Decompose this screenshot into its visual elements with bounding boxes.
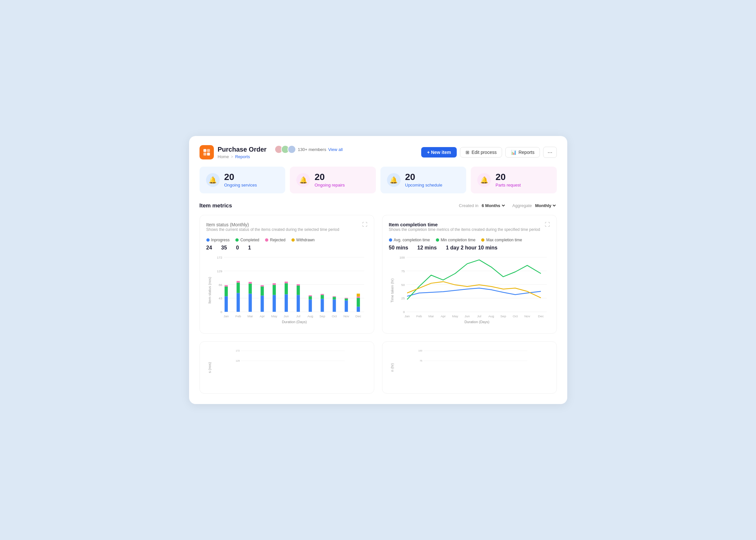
aggregate-select[interactable]: Monthly Weekly Daily	[534, 203, 557, 208]
svg-rect-48	[357, 298, 360, 307]
legend-dot-avg	[389, 238, 392, 242]
bar-chart-partial-svg: 172 129	[211, 348, 367, 387]
stat-icon-0: 🔔	[206, 173, 220, 187]
svg-rect-26	[273, 295, 276, 312]
stat-label-2: Upcoming schedule	[405, 183, 442, 188]
line-chart-svg: 100 75 50 25 0 Jan	[394, 254, 550, 326]
svg-text:Jan: Jan	[223, 314, 228, 318]
svg-rect-2	[203, 153, 206, 156]
svg-text:Apr: Apr	[441, 314, 445, 318]
svg-rect-23	[260, 295, 264, 312]
edit-process-label: Edit process	[471, 150, 496, 155]
charts-grid: Item status (Monthly) Shows the current …	[199, 215, 557, 334]
line-chart-y-label: Time taken (hr)	[389, 254, 394, 327]
line-stat-2: 1 day 2 hour 10 mins	[446, 245, 497, 251]
svg-rect-35	[309, 299, 312, 312]
svg-rect-29	[285, 294, 288, 312]
svg-text:86: 86	[218, 283, 222, 287]
svg-text:Aug: Aug	[307, 314, 313, 318]
members-count: 130+ members	[298, 147, 326, 152]
legend-inprogress: Inprogress	[206, 238, 230, 242]
bar-chart-title: Item status (Monthly)	[206, 222, 339, 227]
svg-rect-44	[344, 300, 348, 312]
svg-text:Jan: Jan	[404, 314, 410, 318]
svg-rect-47	[357, 307, 360, 312]
svg-text:Duration (Days): Duration (Days)	[282, 320, 307, 324]
svg-text:May: May	[271, 314, 277, 318]
line-chart-title-block: Item completion time Shows the completio…	[389, 222, 540, 236]
legend-dot-max	[481, 238, 484, 242]
edit-process-button[interactable]: ⊞ Edit process	[460, 147, 502, 158]
line-chart-partial: n (hr) 100 75	[382, 341, 557, 394]
svg-text:Feb: Feb	[416, 314, 422, 318]
svg-text:Sep: Sep	[500, 314, 506, 318]
stat-content-3: 20 Parts request	[496, 173, 521, 188]
legend-avg: Avg. completion time	[389, 238, 430, 242]
bar-chart-period: (Monthly)	[230, 222, 249, 227]
max-line	[407, 282, 541, 298]
bar-chart-expand-icon[interactable]: ⛶	[362, 222, 367, 228]
bar-stat-1: 35	[221, 245, 227, 251]
bar-chart-title-block: Item status (Monthly) Shows the current …	[206, 222, 339, 236]
svg-rect-34	[296, 284, 300, 286]
svg-rect-24	[260, 287, 264, 296]
reports-button[interactable]: 📊 Reports	[505, 147, 540, 158]
line-stat-0: 50 mins	[389, 245, 409, 251]
header-actions: + New item ⊞ Edit process 📊 Reports ···	[421, 147, 557, 158]
created-in-select[interactable]: 6 Months 3 Months 1 Year	[480, 203, 506, 208]
line-chart-title: Item completion time	[389, 222, 540, 227]
svg-text:100: 100	[418, 349, 422, 352]
svg-rect-36	[309, 296, 312, 299]
bar-chart-svg: 172 129 86 43 0	[211, 254, 367, 326]
svg-rect-18	[236, 283, 240, 293]
stat-content-2: 20 Upcoming schedule	[405, 173, 442, 188]
svg-rect-30	[285, 283, 288, 295]
line-stat-1: 12 mins	[417, 245, 437, 251]
metrics-controls: Created in 6 Months 3 Months 1 Year Aggr…	[459, 203, 557, 208]
legend-rejected: Rejected	[265, 238, 285, 242]
svg-text:Jun: Jun	[464, 314, 470, 318]
header: Purchase Order 130+ members View all Hom…	[199, 145, 557, 160]
line-chart-expand-icon[interactable]: ⛶	[545, 222, 550, 228]
stat-number-1: 20	[315, 173, 345, 182]
svg-text:Aug: Aug	[488, 314, 494, 318]
bar-stat-0: 24	[206, 245, 212, 251]
svg-rect-42	[332, 297, 336, 299]
members-info: 130+ members View all	[275, 145, 343, 154]
svg-text:0: 0	[403, 310, 405, 314]
created-in-label: Created in	[459, 203, 479, 208]
legend-label-max: Max completion time	[486, 238, 522, 242]
stat-number-3: 20	[496, 173, 521, 182]
svg-rect-38	[320, 299, 324, 312]
svg-text:172: 172	[217, 256, 222, 259]
legend-label-completed: Completed	[240, 238, 259, 242]
svg-text:May: May	[452, 314, 458, 318]
new-item-button[interactable]: + New item	[421, 147, 457, 158]
stats-row: 🔔 20 Ongoing services 🔔 20 Ongoing repai…	[199, 167, 557, 194]
svg-text:50: 50	[401, 283, 405, 287]
bar-chart-subtitle: Shows the current status of the items cr…	[206, 227, 339, 232]
svg-rect-0	[203, 149, 206, 152]
bar-chart-inner: 172 129 86 43 0	[211, 254, 367, 327]
view-all-link[interactable]: View all	[328, 147, 343, 152]
svg-rect-49	[357, 296, 360, 298]
line-chart-stats: 50 mins 12 mins 1 day 2 hour 10 mins	[389, 245, 550, 251]
svg-text:0: 0	[220, 310, 222, 314]
svg-rect-16	[224, 285, 227, 287]
breadcrumb-home[interactable]: Home	[218, 154, 229, 159]
svg-text:129: 129	[217, 269, 222, 273]
metrics-section: Item metrics Created in 6 Months 3 Month…	[199, 202, 557, 394]
more-options-button[interactable]: ···	[543, 147, 557, 158]
legend-label-withdrawn: Withdrawn	[296, 238, 315, 242]
svg-text:Dec: Dec	[538, 314, 544, 318]
line-chart-subtitle: Shows the completion time metrics of the…	[389, 227, 540, 232]
bar-chart-header: Item status (Monthly) Shows the current …	[206, 222, 367, 236]
stat-content-1: 20 Ongoing repairs	[315, 173, 345, 188]
svg-text:Mar: Mar	[247, 314, 253, 318]
svg-rect-33	[296, 286, 300, 295]
bar-partial-y-label: s (nos)	[206, 348, 211, 387]
stat-number-0: 20	[224, 173, 257, 182]
svg-rect-21	[248, 284, 252, 294]
stat-label-1: Ongoing repairs	[315, 183, 345, 188]
legend-dot-completed	[235, 238, 239, 242]
